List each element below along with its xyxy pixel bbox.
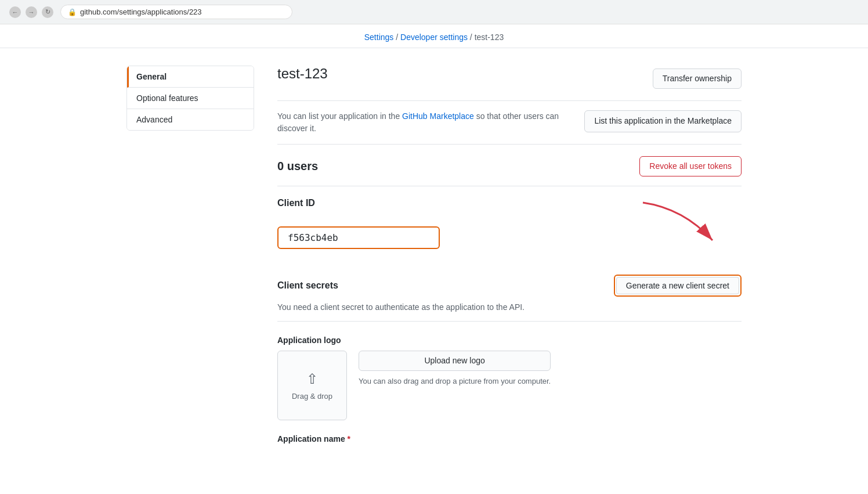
client-id-value: f563cb4eb xyxy=(277,226,440,249)
url-text: github.com/settings/applications/223 xyxy=(80,8,202,16)
marketplace-row: You can list your application in the Git… xyxy=(277,110,742,145)
back-button[interactable]: ← xyxy=(9,6,21,18)
page-title: test-123 xyxy=(277,66,328,82)
users-row: 0 users Revoke all user tokens xyxy=(277,156,742,186)
transfer-ownership-button[interactable]: Transfer ownership xyxy=(653,68,742,89)
marketplace-text: You can list your application in the Git… xyxy=(277,110,567,135)
app-logo-section: Application logo ⇧ Drag & drop Upload ne… xyxy=(277,336,742,420)
upload-logo-button[interactable]: Upload new logo xyxy=(359,351,551,371)
marketplace-button[interactable]: List this application in the Marketplace xyxy=(584,110,742,132)
page-container: General Optional features Advanced test-… xyxy=(115,66,753,453)
secrets-header: Client secrets Generate a new client sec… xyxy=(277,275,742,297)
generate-secret-button[interactable]: Generate a new client secret xyxy=(616,277,739,294)
client-secrets-description: You need a client secret to authenticate… xyxy=(277,302,742,312)
drop-zone-label: Drag & drop xyxy=(292,392,332,401)
lock-icon: 🔒 xyxy=(68,8,77,16)
breadcrumb-sep2: / xyxy=(470,33,475,42)
sidebar: General Optional features Advanced xyxy=(126,66,254,453)
sidebar-item-optional-features[interactable]: Optional features xyxy=(127,88,254,109)
marketplace-link[interactable]: GitHub Marketplace xyxy=(402,111,474,121)
breadcrumb-sep1: / xyxy=(396,33,400,42)
client-id-section: Client ID f563cb4eb xyxy=(277,198,742,261)
revoke-tokens-button[interactable]: Revoke all user tokens xyxy=(639,156,742,176)
marketplace-text-before: You can list your application in the xyxy=(277,111,402,121)
breadcrumb-app-name: test-123 xyxy=(475,33,504,42)
arrow-annotation xyxy=(451,214,742,261)
required-marker: * xyxy=(348,434,350,443)
users-count: 0 users xyxy=(277,160,318,173)
app-name-section: Application name * xyxy=(277,434,742,443)
app-name-label: Application name * xyxy=(277,434,742,443)
sidebar-item-general[interactable]: General xyxy=(127,66,254,88)
red-arrow-svg xyxy=(625,197,742,255)
app-logo-label: Application logo xyxy=(277,336,742,345)
sidebar-nav: General Optional features Advanced xyxy=(126,66,254,131)
divider-2 xyxy=(277,321,742,322)
generate-button-wrapper: Generate a new client secret xyxy=(614,275,742,297)
browser-bar: ← → ↻ 🔒 github.com/settings/applications… xyxy=(0,0,868,24)
client-secrets-section: Client secrets Generate a new client sec… xyxy=(277,275,742,322)
address-bar[interactable]: 🔒 github.com/settings/applications/223 xyxy=(60,5,292,19)
logo-note: You can also drag and drop a picture fro… xyxy=(359,377,551,385)
breadcrumb: Settings / Developer settings / test-123 xyxy=(0,24,868,48)
breadcrumb-developer-settings[interactable]: Developer settings xyxy=(400,33,468,42)
upload-icon: ⇧ xyxy=(306,371,318,387)
main-content: test-123 Transfer ownership You can list… xyxy=(277,66,742,453)
refresh-button[interactable]: ↻ xyxy=(42,6,53,18)
client-secrets-label: Client secrets xyxy=(277,280,338,291)
logo-row: ⇧ Drag & drop Upload new logo You can al… xyxy=(277,351,742,420)
logo-drop-zone[interactable]: ⇧ Drag & drop xyxy=(277,351,347,420)
forward-button[interactable]: → xyxy=(26,6,37,18)
sidebar-item-advanced[interactable]: Advanced xyxy=(127,109,254,130)
divider-1 xyxy=(277,100,742,101)
breadcrumb-settings[interactable]: Settings xyxy=(364,33,394,42)
browser-controls: ← → ↻ xyxy=(9,6,53,18)
logo-actions: Upload new logo You can also drag and dr… xyxy=(359,351,551,385)
